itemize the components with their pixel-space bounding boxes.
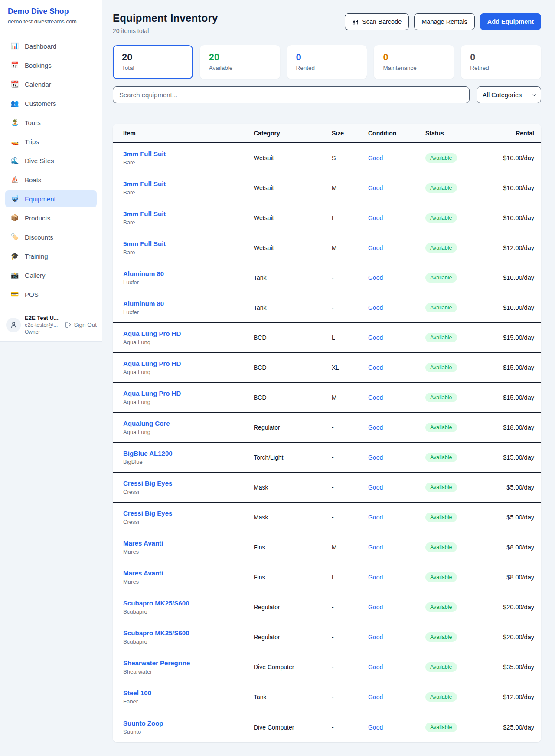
item-size: M <box>332 544 368 551</box>
item-name-link[interactable]: 5mm Full Suit <box>123 240 166 247</box>
scan-barcode-button[interactable]: Scan Barcode <box>345 13 409 30</box>
scan-barcode-label: Scan Barcode <box>362 18 402 25</box>
item-name-link[interactable]: Aluminum 80 <box>123 300 164 307</box>
table-row: Cressi Big Eyes Cressi Mask - Good Avail… <box>113 503 541 532</box>
table-row: Aqualung Core Aqua Lung Regulator - Good… <box>113 413 541 443</box>
condition-link[interactable]: Good <box>368 304 383 311</box>
add-equipment-button[interactable]: Add Equipment <box>480 13 541 30</box>
sidebar-item-gallery[interactable]: 📸 Gallery <box>5 266 97 284</box>
add-equipment-label: Add Equipment <box>487 18 534 25</box>
item-name-link[interactable]: Cressi Big Eyes <box>123 509 172 517</box>
condition-link[interactable]: Good <box>368 514 383 521</box>
sidebar-item-bookings[interactable]: 📅 Bookings <box>5 56 97 74</box>
stat-card-available[interactable]: 20 Available <box>200 45 280 79</box>
stat-card-retired[interactable]: 0 Retired <box>461 45 541 79</box>
condition-link[interactable]: Good <box>368 154 383 161</box>
item-brand: Bare <box>123 159 254 166</box>
sign-out-button[interactable]: Sign Out <box>65 322 97 328</box>
sidebar-item-label: Customers <box>25 100 56 107</box>
sidebar-item-tours[interactable]: 🏝️ Tours <box>5 114 97 131</box>
item-name-link[interactable]: BigBlue AL1200 <box>123 450 173 457</box>
table-row: Steel 100 Faber Tank - Good Available $1… <box>113 682 541 712</box>
stat-card-maintenance[interactable]: 0 Maintenance <box>374 45 454 79</box>
category-select[interactable]: All Categories <box>477 86 541 103</box>
sidebar-item-training[interactable]: 🎓 Training <box>5 247 97 265</box>
condition-link[interactable]: Good <box>368 244 383 251</box>
item-size: - <box>332 604 368 611</box>
stat-label: Maintenance <box>383 65 445 71</box>
items-total-count: 20 items total <box>113 27 218 34</box>
stat-card-rented[interactable]: 0 Rented <box>287 45 367 79</box>
item-name-link[interactable]: Scubapro MK25/S600 <box>123 599 189 607</box>
condition-link[interactable]: Good <box>368 274 383 281</box>
condition-link[interactable]: Good <box>368 484 383 491</box>
sidebar-item-dashboard[interactable]: 📊 Dashboard <box>5 37 97 55</box>
item-name-link[interactable]: Aqua Lung Pro HD <box>123 360 181 367</box>
sidebar-item-label: Trips <box>25 138 39 145</box>
sidebar-item-boats[interactable]: ⛵ Boats <box>5 171 97 188</box>
item-name-link[interactable]: Mares Avanti <box>123 569 163 577</box>
condition-link[interactable]: Good <box>368 454 383 461</box>
item-name-link[interactable]: Suunto Zoop <box>123 720 163 727</box>
condition-link[interactable]: Good <box>368 694 383 700</box>
item-name-link[interactable]: Cressi Big Eyes <box>123 480 172 487</box>
search-input[interactable] <box>113 86 470 103</box>
item-size: - <box>332 304 368 311</box>
status-badge: Available <box>425 333 457 342</box>
sidebar-item-calendar[interactable]: 📆 Calendar <box>5 76 97 93</box>
condition-link[interactable]: Good <box>368 364 383 371</box>
condition-link[interactable]: Good <box>368 334 383 341</box>
sidebar-item-trips[interactable]: 🚤 Trips <box>5 133 97 150</box>
condition-link[interactable]: Good <box>368 574 383 581</box>
user-meta: E2E Test U... e2e-tester@... Owner <box>25 315 61 335</box>
item-name-link[interactable]: Aqua Lung Pro HD <box>123 390 181 397</box>
sidebar-item-label: Gallery <box>25 272 46 279</box>
sidebar-item-discounts[interactable]: 🏷️ Discounts <box>5 228 97 246</box>
item-name-link[interactable]: Aqualung Core <box>123 420 170 427</box>
status-badge: Available <box>425 483 457 492</box>
item-name-link[interactable]: Steel 100 <box>123 689 151 697</box>
item-name-link[interactable]: 3mm Full Suit <box>123 180 166 187</box>
condition-link[interactable]: Good <box>368 724 383 731</box>
sidebar-item-pos[interactable]: 💳 POS <box>5 286 97 303</box>
item-name-link[interactable]: Mares Avanti <box>123 539 163 547</box>
condition-link[interactable]: Good <box>368 424 383 431</box>
sidebar-item-label: Boats <box>25 176 41 184</box>
condition-link[interactable]: Good <box>368 664 383 671</box>
item-name-link[interactable]: 3mm Full Suit <box>123 150 166 158</box>
condition-link[interactable]: Good <box>368 604 383 611</box>
item-category: Dive Computer <box>254 724 332 731</box>
item-name-link[interactable]: Shearwater Peregrine <box>123 659 190 667</box>
sidebar-item-customers[interactable]: 👥 Customers <box>5 95 97 112</box>
table-row: 3mm Full Suit Bare Wetsuit L Good Availa… <box>113 203 541 233</box>
condition-link[interactable]: Good <box>368 184 383 191</box>
stat-label: Total <box>122 65 184 71</box>
table-row: Aluminum 80 Luxfer Tank - Good Available… <box>113 263 541 293</box>
item-name-link[interactable]: Aqua Lung Pro HD <box>123 330 181 337</box>
condition-link[interactable]: Good <box>368 214 383 221</box>
status-badge: Available <box>425 602 457 612</box>
table-row: Scubapro MK25/S600 Scubapro Regulator - … <box>113 592 541 622</box>
sidebar-item-products[interactable]: 📦 Products <box>5 209 97 227</box>
item-size: L <box>332 214 368 221</box>
sidebar-item-dive-sites[interactable]: 🌊 Dive Sites <box>5 152 97 169</box>
page-header: Equipment Inventory 20 items total Scan … <box>113 12 541 34</box>
item-name-link[interactable]: Aluminum 80 <box>123 270 164 277</box>
column-header-size: Size <box>332 130 368 137</box>
stat-card-total[interactable]: 20 Total <box>113 45 193 79</box>
manage-rentals-button[interactable]: Manage Rentals <box>414 13 475 30</box>
item-category: Tank <box>254 304 332 311</box>
condition-link[interactable]: Good <box>368 634 383 641</box>
item-size: - <box>332 634 368 641</box>
item-size: - <box>332 664 368 671</box>
item-name-link[interactable]: 3mm Full Suit <box>123 210 166 217</box>
item-category: Tank <box>254 274 332 281</box>
condition-link[interactable]: Good <box>368 394 383 401</box>
sidebar-item-equipment[interactable]: 🤿 Equipment <box>5 190 97 207</box>
sidebar-nav: 📊 Dashboard 📅 Bookings 📆 Calendar 👥 Cust… <box>0 31 102 309</box>
item-category: BCD <box>254 364 332 371</box>
item-brand: Mares <box>123 549 254 555</box>
sidebar-item-label: Dive Sites <box>25 157 54 164</box>
item-name-link[interactable]: Scubapro MK25/S600 <box>123 629 189 637</box>
condition-link[interactable]: Good <box>368 544 383 551</box>
